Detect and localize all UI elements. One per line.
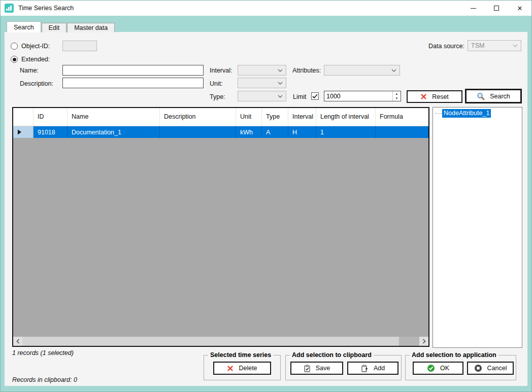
tree-connector [435,113,442,114]
results-grid: ID Name Description Unit Type Interval L… [12,107,429,347]
add-button-label: Add [374,365,385,372]
data-source-value: TSM [471,42,513,49]
chevron-down-icon [278,95,283,98]
reset-button[interactable]: Reset [407,90,462,103]
delete-x-icon [227,365,234,372]
tab-master-data[interactable]: Master data [67,23,115,32]
selected-time-series-group: Selected time series Delete [204,355,281,380]
search-button[interactable]: Search [465,89,522,103]
limit-label: Limit [293,93,306,100]
limit-checkbox[interactable] [311,92,319,100]
type-label: Type: [210,93,225,100]
maximize-icon [494,6,499,11]
ok-check-icon [427,364,435,372]
data-source-select: TSM [468,40,521,51]
tree-item-label[interactable]: NodeAttribute_1 [442,109,491,118]
records-status-text: 1 records (1 selected) [12,349,74,357]
object-id-radio[interactable] [11,43,18,50]
unit-label: Unit: [210,80,223,87]
name-input[interactable] [62,65,204,76]
type-select [238,91,286,101]
add-to-clipboard-group-title: Add selection to clipboard [290,351,374,359]
column-header-selector[interactable] [13,108,34,126]
column-header-formula[interactable]: Formula [376,108,428,126]
cell-length-of-interval[interactable]: 1 [316,126,376,138]
spin-up-icon[interactable]: ▲ [393,91,401,96]
add-to-application-group: Add selection to application OK Cancel [405,355,516,380]
grid-horizontal-scrollbar[interactable] [13,337,428,346]
save-clipboard-icon [304,365,311,372]
interval-label: Interval: [210,67,232,74]
cell-unit[interactable]: kWh [236,126,262,138]
column-header-name[interactable]: Name [68,108,160,126]
tree-item-nodeattribute[interactable]: NodeAttribute_1 [435,109,522,118]
chevron-down-icon [513,44,518,47]
column-header-description[interactable]: Description [160,108,236,126]
spin-down-icon[interactable]: ▼ [393,96,401,101]
cell-interval[interactable]: H [288,126,316,138]
chevron-down-icon [278,82,283,85]
chevron-down-icon [278,69,283,72]
maximize-button[interactable] [485,1,508,16]
minimize-button[interactable] [461,1,485,16]
extended-radio[interactable] [11,56,18,63]
tab-edit[interactable]: Edit [42,23,67,32]
ok-button-label: OK [440,365,449,372]
column-header-interval[interactable]: Interval [288,108,316,126]
reset-x-icon [420,93,427,100]
time-series-search-window: Time Series Search ✕ Search Edit Master … [0,0,532,392]
column-header-id[interactable]: ID [34,108,68,126]
limit-input[interactable] [324,91,392,101]
window-controls: ✕ [461,1,531,16]
object-id-label: Object-ID: [21,43,50,50]
add-to-application-group-title: Add selection to application [410,351,498,359]
search-icon [477,92,485,100]
description-input[interactable] [62,78,204,88]
description-field-wrap [62,78,204,88]
chevron-right-icon [422,339,426,344]
cancel-button[interactable]: Cancel [467,362,514,375]
spinner-buttons[interactable]: ▲ ▼ [392,91,401,101]
ok-button[interactable]: OK [413,362,463,375]
tab-strip: Search Edit Master data [7,21,115,32]
scrollbar-thumb[interactable] [22,337,399,346]
cell-formula[interactable] [376,126,428,138]
save-button-label: Save [316,365,330,372]
scroll-left-button[interactable] [13,337,22,346]
column-header-type[interactable]: Type [262,108,288,126]
tab-search[interactable]: Search [7,21,41,32]
delete-button[interactable]: Delete [213,362,271,375]
clipboard-status-text: Records in clipboard: 0 [12,376,77,383]
row-selector-cell[interactable] [13,126,34,138]
cell-name[interactable]: Documentation_1 [68,126,160,138]
close-button[interactable]: ✕ [508,1,531,16]
save-button[interactable]: Save [290,362,343,375]
title-bar: Time Series Search ✕ [1,1,531,16]
add-clipboard-icon [361,365,369,372]
column-header-unit[interactable]: Unit [236,108,262,126]
add-button[interactable]: Add [347,362,398,375]
cell-type[interactable]: A [262,126,288,138]
search-button-label: Search [490,93,510,100]
cell-description[interactable] [160,126,236,138]
add-to-clipboard-group: Add selection to clipboard Save Add [285,355,402,380]
name-label: Name: [20,67,39,74]
check-icon [312,94,318,99]
scrollbar-track[interactable] [399,337,419,346]
object-id-input [62,41,97,51]
selected-time-series-group-title: Selected time series [208,351,273,359]
column-header-length-of-interval[interactable]: Length of interval [316,108,376,126]
scroll-right-button[interactable] [419,337,428,346]
cell-id[interactable]: 91018 [34,126,68,138]
limit-spinner[interactable]: ▲ ▼ [324,91,401,101]
attributes-select [324,65,400,76]
data-source-label: Data source: [428,43,464,50]
grid-empty-area [13,138,428,337]
cancel-stop-icon [474,364,482,372]
app-icon [5,4,14,13]
grid-row-selected[interactable]: 91018 Documentation_1 kWh A H 1 [13,126,428,138]
delete-button-label: Delete [239,365,257,372]
cancel-button-label: Cancel [487,365,507,372]
description-label: Description: [20,80,53,87]
attribute-tree-panel: NodeAttribute_1 [433,107,522,348]
